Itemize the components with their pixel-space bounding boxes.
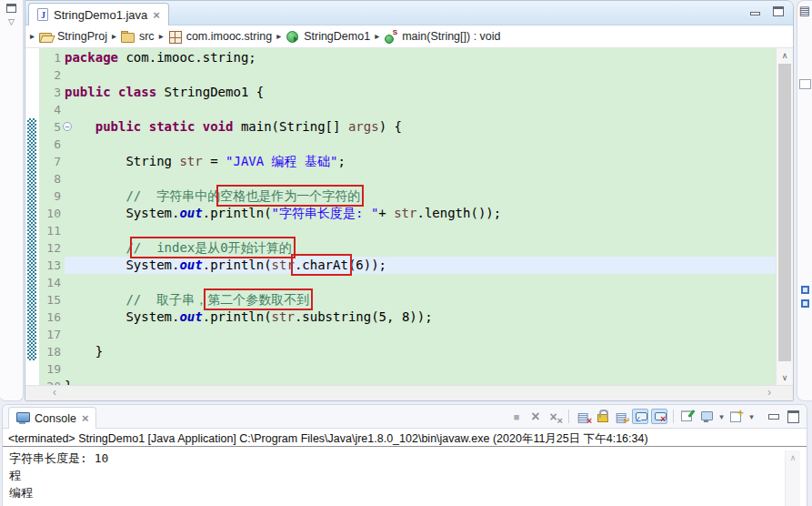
console-icon — [16, 412, 29, 424]
line-number[interactable]: 7 — [39, 153, 61, 170]
code-line[interactable] — [65, 136, 776, 153]
line-number[interactable]: 11 — [39, 222, 61, 239]
pin-console-icon[interactable] — [679, 409, 696, 424]
breadcrumb-separator-icon: ▸ — [159, 32, 164, 41]
dropdown-icon[interactable] — [747, 409, 756, 424]
line-number[interactable]: 6 — [39, 136, 61, 153]
editor-tab[interactable]: StringDemo1.java × — [28, 3, 169, 25]
breadcrumb-item[interactable]: src — [139, 30, 155, 43]
line-number[interactable]: 13 — [39, 257, 61, 274]
code-line[interactable]: public class StringDemo1 { — [65, 84, 776, 101]
scroll-lock-icon[interactable] — [594, 409, 610, 424]
line-number[interactable]: 5− — [39, 118, 61, 136]
code-line[interactable]: System.out.println("字符串长度是: "+ str.lengt… — [65, 205, 776, 222]
line-number[interactable]: 4 — [39, 101, 61, 118]
code-line[interactable]: System.out.println(str.substring(5, 8)); — [65, 309, 776, 326]
line-number[interactable]: 14 — [39, 274, 61, 291]
console-tab[interactable]: Console × — [8, 407, 96, 429]
tab-close-icon[interactable]: × — [153, 9, 160, 21]
editor-horizontal-scrollbar[interactable]: ‹ › — [25, 385, 793, 400]
code-line[interactable] — [65, 360, 776, 378]
scroll-up-icon[interactable]: ∧ — [777, 48, 793, 63]
scroll-left-icon[interactable]: ‹ — [53, 386, 56, 400]
display-selected-console-icon[interactable] — [698, 409, 715, 424]
code-line[interactable] — [65, 222, 776, 239]
right-view-bar: ▤ — [797, 0, 812, 401]
chevron-down-icon[interactable]: ▽ — [8, 18, 15, 26]
terminate-icon[interactable] — [508, 409, 525, 424]
console-tab-bar: Console × — [3, 405, 807, 429]
annotation-ruler[interactable] — [25, 48, 39, 385]
line-number[interactable]: 16 — [39, 309, 61, 326]
restore-pane-icon[interactable] — [6, 4, 16, 13]
code-area[interactable]: package com.imooc.string;public class St… — [65, 48, 776, 385]
breadcrumb-separator-icon: ▸ — [112, 32, 116, 41]
line-number[interactable]: 1 — [39, 49, 61, 66]
maximize-icon[interactable] — [785, 409, 801, 424]
java-file-icon — [37, 8, 48, 21]
code-line[interactable]: // index是从0开始计算的 — [65, 239, 776, 257]
line-number[interactable]: 19 — [39, 360, 61, 378]
scroll-up-icon[interactable]: ∧ — [786, 450, 800, 465]
package-folder-icon — [121, 30, 135, 43]
code-line[interactable]: System.out.println(str.charAt(6)); — [65, 257, 776, 274]
clear-console-icon[interactable] — [575, 409, 591, 424]
line-number[interactable]: 17 — [39, 326, 61, 343]
annotation-box: / index是从0开始计算的 — [134, 240, 292, 255]
show-console-stderr-icon[interactable] — [651, 409, 667, 424]
code-line[interactable]: } — [65, 378, 776, 385]
breadcrumb-item[interactable]: StringProj — [57, 30, 107, 43]
breadcrumb-item[interactable]: main(String[]) : void — [402, 30, 500, 43]
code-line[interactable] — [65, 101, 776, 118]
eclipse-workbench: ▽ StringDemo1.java × ▸StringProj▸src▸com… — [0, 0, 812, 506]
code-line[interactable]: String str = "JAVA 编程 基础"; — [65, 153, 776, 170]
code-line[interactable] — [65, 66, 776, 84]
console-scrollbar[interactable]: ∧ — [785, 450, 800, 506]
line-number[interactable]: 20 — [39, 378, 61, 385]
code-line[interactable]: public static void main(String[] args) { — [65, 118, 776, 136]
remove-all-terminated-icon[interactable] — [546, 409, 563, 424]
line-number[interactable]: 8 — [39, 170, 61, 187]
minimize-icon[interactable] — [766, 409, 782, 424]
editor-tab-bar: StringDemo1.java × — [25, 1, 793, 25]
open-console-icon[interactable] — [728, 409, 745, 424]
dropdown-icon[interactable] — [717, 409, 726, 424]
code-line[interactable] — [65, 170, 776, 187]
show-console-stdout-icon[interactable] — [632, 409, 648, 424]
line-number[interactable]: 3 — [39, 84, 61, 101]
breadcrumb-item[interactable]: com.imooc.string — [186, 30, 272, 43]
line-number[interactable]: 10 — [39, 205, 61, 222]
toolbar-separator — [568, 410, 569, 423]
console-close-icon[interactable]: × — [82, 412, 89, 424]
line-number[interactable]: 18 — [39, 343, 61, 360]
scroll-down-icon[interactable]: ∨ — [777, 370, 793, 385]
minimized-view-icon[interactable] — [801, 286, 809, 294]
line-number[interactable]: 15 — [39, 291, 61, 309]
maximize-editor-icon[interactable] — [773, 6, 784, 16]
code-line[interactable]: } — [65, 343, 776, 360]
editor-vertical-scrollbar[interactable]: ∧ ∨ — [776, 48, 793, 385]
console-pane: Console × <terminated> StringDemo1 [Java… — [2, 404, 807, 506]
code-line[interactable]: // 取子串，第二个参数取不到 — [65, 291, 776, 309]
breadcrumb-item[interactable]: StringDemo1 — [304, 30, 370, 43]
code-line[interactable] — [65, 326, 776, 343]
line-number[interactable]: 9 — [39, 187, 61, 205]
minimize-editor-icon[interactable] — [750, 12, 760, 15]
minimized-view-icon[interactable] — [801, 299, 809, 308]
scrollbar-thumb[interactable] — [778, 64, 791, 361]
outline-view-icon[interactable]: ▤ — [799, 5, 810, 17]
line-number-gutter[interactable]: 12345−67891011121314151617181920 — [39, 48, 65, 385]
method-range-indicator — [27, 118, 36, 360]
code-line[interactable] — [65, 274, 776, 291]
word-wrap-icon[interactable] — [613, 409, 629, 424]
line-number[interactable]: 12 — [39, 239, 61, 257]
console-output[interactable]: 字符串长度是: 10程编程 — [3, 447, 807, 501]
code-line[interactable]: // 字符串中的空格也是作为一个字符的 — [65, 187, 776, 205]
code-line[interactable]: package com.imooc.string; — [65, 49, 776, 66]
toolbar-separator — [673, 410, 674, 423]
line-number[interactable]: 2 — [39, 66, 61, 84]
scroll-right-icon[interactable]: › — [767, 386, 771, 400]
restore-view-icon[interactable] — [799, 79, 811, 89]
remove-launch-icon[interactable] — [527, 409, 544, 424]
editor-tab-title: StringDemo1.java — [54, 8, 147, 22]
